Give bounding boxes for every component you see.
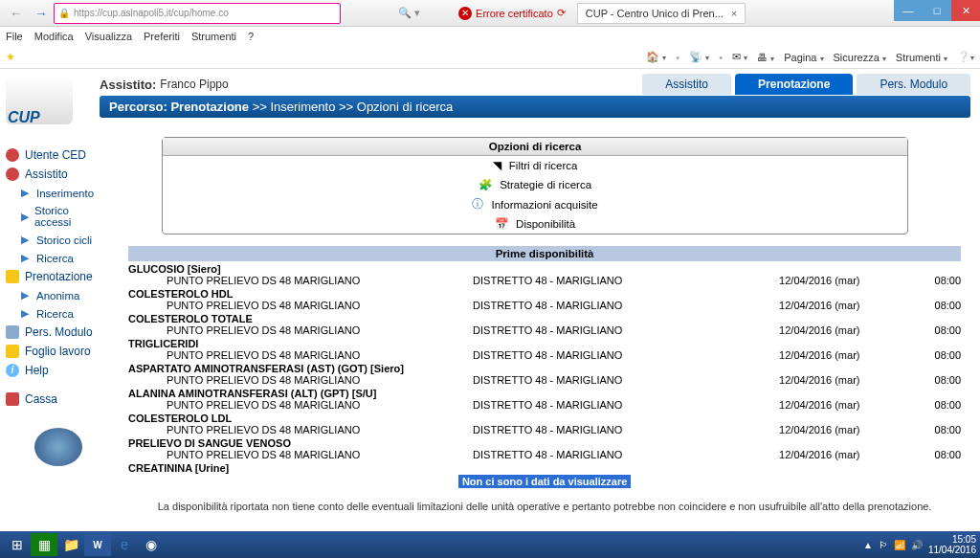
tray-network-icon[interactable]: 📶: [894, 540, 905, 550]
sidebar-sub-inserimento[interactable]: ▶Inserimento: [6, 184, 94, 202]
availability-time: 08:00: [903, 324, 961, 336]
browser-tab[interactable]: CUP - Centro Unico di Pren... ×: [577, 3, 746, 24]
availability-district: DISTRETTO 48 - MARIGLIANO: [473, 424, 779, 435]
availability-time: 08:00: [903, 300, 961, 311]
sidebar-item-pers-modulo[interactable]: Pers. Modulo: [6, 323, 94, 342]
sidebar-item-utente-ced[interactable]: Utente CED: [6, 145, 94, 165]
tab-prenotazione[interactable]: Prenotazione: [735, 74, 853, 95]
certificate-error-badge[interactable]: 🔍 ▾ ✕ Errore certificato ⟳: [398, 7, 566, 20]
availability-group: GLUCOSIO [Siero]: [128, 261, 961, 275]
availability-district: DISTRETTO 48 - MARIGLIANO: [473, 300, 779, 311]
availability-location: PUNTO PRELIEVO DS 48 MARIGLIANO: [167, 300, 473, 311]
arrow-icon: ▶: [21, 211, 29, 223]
availability-row[interactable]: PUNTO PRELIEVO DS 48 MARIGLIANODISTRETTO…: [128, 424, 961, 435]
mail-icon[interactable]: ✉ ▾: [732, 51, 747, 63]
refresh-icon[interactable]: ⟳: [557, 7, 566, 19]
no-data-message: Non ci sono i dati da visualizzare: [458, 475, 631, 488]
availability-district: DISTRETTO 48 - MARIGLIANO: [473, 374, 779, 386]
availability-time: 08:00: [903, 275, 961, 286]
availability-disclaimer: La disponibilità riportata non tiene con…: [128, 501, 961, 512]
tray-action-center-icon[interactable]: 🏳: [879, 540, 888, 550]
option-strategie-ricerca[interactable]: 🧩 Strategie di ricerca: [163, 175, 907, 194]
availability-location: PUNTO PRELIEVO DS 48 MARIGLIANO: [167, 399, 473, 411]
availability-group: ALANINA AMINOTRANSFERASI (ALT) (GPT) [S/…: [128, 386, 961, 399]
tray-volume-icon[interactable]: 🔊: [911, 540, 923, 550]
window-maximize-button[interactable]: □: [923, 0, 951, 21]
option-disponibilita[interactable]: 📅 Disponibilità: [163, 214, 907, 234]
availability-date: 12/04/2016 (mar): [779, 424, 903, 435]
forward-button[interactable]: →: [29, 2, 54, 25]
menu-help[interactable]: ?: [248, 31, 254, 42]
back-button[interactable]: ←: [4, 2, 29, 25]
availability-district: DISTRETTO 48 - MARIGLIANO: [473, 399, 779, 411]
availability-group: TRIGLICERIDI: [128, 336, 961, 349]
cmd-sicurezza[interactable]: Sicurezza ▾: [834, 52, 886, 63]
availability-group: PRELIEVO DI SANGUE VENOSO: [128, 435, 961, 449]
option-filtri-ricerca[interactable]: ◥ Filtri di ricerca: [163, 156, 907, 175]
option-informazioni-acquisite[interactable]: ⓘ Informazioni acquisite: [163, 194, 907, 214]
taskbar-chrome-icon[interactable]: ◉: [138, 533, 165, 556]
menu-preferiti[interactable]: Preferiti: [144, 31, 180, 42]
error-icon: ✕: [458, 7, 472, 20]
availability-time: 08:00: [903, 424, 961, 435]
sidebar-item-foglio-lavoro[interactable]: Foglio lavoro: [6, 342, 94, 361]
sidebar-item-prenotazione[interactable]: Prenotazione: [6, 267, 94, 286]
availability-group: ASPARTATO AMINOTRANSFERASI (AST) (GOT) […: [128, 361, 961, 374]
help-dropdown-icon[interactable]: ❔▾: [957, 51, 974, 63]
availability-row[interactable]: PUNTO PRELIEVO DS 48 MARIGLIANODISTRETTO…: [128, 349, 961, 361]
home-dropdown-icon[interactable]: 🏠 ▾: [646, 51, 666, 63]
menu-strumenti[interactable]: Strumenti: [191, 31, 236, 42]
tray-flag-icon[interactable]: ▲: [863, 540, 873, 550]
availability-row[interactable]: PUNTO PRELIEVO DS 48 MARIGLIANODISTRETTO…: [128, 300, 961, 311]
cassa-icon: [6, 392, 19, 406]
app-logo: CUP: [6, 77, 73, 124]
sidebar-item-help[interactable]: i Help: [6, 361, 94, 380]
menu-visualizza[interactable]: Visualizza: [85, 31, 132, 42]
breadcrumb: Percorso: Prenotazione >> Inserimento >>…: [100, 96, 970, 118]
availability-row[interactable]: PUNTO PRELIEVO DS 48 MARIGLIANODISTRETTO…: [128, 449, 961, 460]
feeds-icon[interactable]: 📡 ▾: [689, 51, 709, 63]
page-icon: [6, 325, 19, 339]
sidebar-item-cassa[interactable]: Cassa: [6, 390, 94, 409]
cmd-pagina[interactable]: Pagina ▾: [784, 52, 823, 63]
strategies-icon: 🧩: [479, 178, 492, 191]
info-icon: i: [6, 364, 19, 377]
tab-pers-modulo[interactable]: Pers. Modulo: [857, 74, 970, 95]
sidebar-sub-ricerca[interactable]: ▶Ricerca: [6, 249, 94, 267]
sidebar-sub-ricerca-pren[interactable]: ▶Ricerca: [6, 304, 94, 323]
menu-modifica[interactable]: Modifica: [34, 31, 74, 42]
arrow-icon: ▶: [21, 252, 31, 264]
cmd-strumenti[interactable]: Strumenti ▾: [896, 52, 947, 63]
availability-group: COLESTEROLO HDL: [128, 286, 961, 300]
user-icon: [6, 167, 19, 181]
taskbar-ie-icon[interactable]: e: [111, 533, 138, 556]
sidebar-sub-storico-accessi[interactable]: ▶Storico accessi: [6, 202, 94, 231]
window-minimize-button[interactable]: —: [894, 0, 923, 21]
availability-date: 12/04/2016 (mar): [779, 275, 903, 286]
availability-date: 12/04/2016 (mar): [779, 300, 903, 311]
print-icon[interactable]: 🖶 ▾: [757, 52, 774, 63]
search-options-box: Opzioni di ricerca ◥ Filtri di ricerca 🧩…: [162, 137, 908, 234]
menu-file[interactable]: File: [6, 31, 23, 42]
tab-close-icon[interactable]: ×: [731, 8, 737, 19]
menu-bar: File Modifica Visualizza Preferiti Strum…: [0, 27, 980, 46]
taskbar-explorer-icon[interactable]: 📁: [57, 533, 84, 556]
availability-location: PUNTO PRELIEVO DS 48 MARIGLIANO: [167, 349, 473, 361]
taskbar-excel-icon[interactable]: ▦: [31, 533, 57, 556]
sidebar-sub-anonima[interactable]: ▶Anonima: [6, 286, 94, 304]
funnel-icon: ◥: [493, 159, 501, 172]
availability-row[interactable]: PUNTO PRELIEVO DS 48 MARIGLIANODISTRETTO…: [128, 374, 961, 386]
favorites-star-icon[interactable]: ★: [6, 51, 15, 63]
address-bar[interactable]: 🔒 https://cup.aslnapoli5.it/cup/home.co: [54, 3, 341, 24]
tab-assistito[interactable]: Assistito: [642, 74, 731, 95]
taskbar-word-icon[interactable]: W: [84, 533, 111, 556]
assistito-name: Franco Pippo: [160, 78, 228, 91]
availability-row[interactable]: PUNTO PRELIEVO DS 48 MARIGLIANODISTRETTO…: [128, 399, 961, 411]
availability-row[interactable]: PUNTO PRELIEVO DS 48 MARIGLIANODISTRETTO…: [128, 275, 961, 286]
sidebar-item-assistito[interactable]: Assistito: [6, 165, 94, 184]
availability-row[interactable]: PUNTO PRELIEVO DS 48 MARIGLIANODISTRETTO…: [128, 324, 961, 336]
window-close-button[interactable]: ✕: [951, 0, 980, 21]
system-clock[interactable]: 15:05 11/04/2016: [928, 534, 976, 555]
start-button[interactable]: ⊞: [4, 533, 31, 556]
sidebar-sub-storico-cicli[interactable]: ▶Storico cicli: [6, 231, 94, 249]
